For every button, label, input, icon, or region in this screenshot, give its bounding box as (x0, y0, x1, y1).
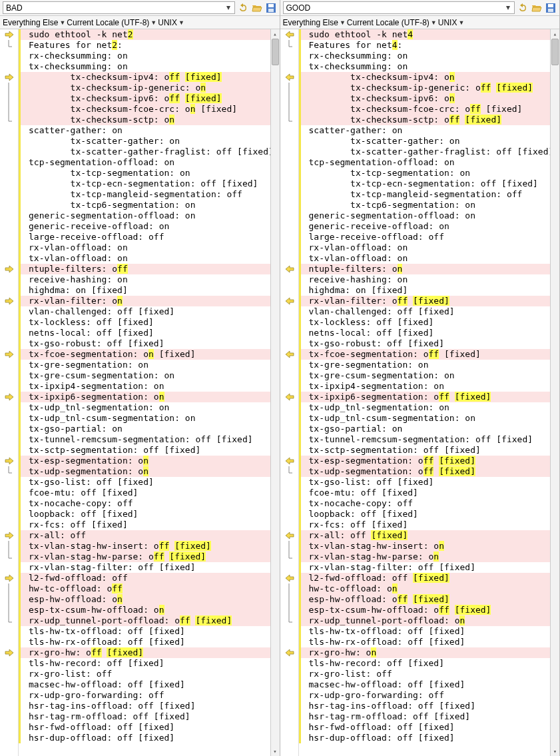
code-line[interactable]: esp-tx-csum-hw-offload: on (19, 605, 270, 615)
code-line[interactable]: tx-esp-segmentation: on (19, 456, 270, 466)
scroll-thumb[interactable] (551, 39, 559, 65)
code-line[interactable]: generic-segmentation-offload: on (299, 210, 551, 221)
code-line[interactable]: tx-ipxip4-segmentation: on (299, 381, 551, 392)
code-line[interactable]: tx-ipxip6-segmentation: on (19, 392, 270, 402)
code-line[interactable]: tx-tunnel-remcsum-segmentation: off [fix… (19, 434, 270, 445)
code-line[interactable]: rx-gro-list: off (299, 669, 551, 679)
code-line[interactable]: tx-ipxip4-segmentation: on (19, 381, 270, 392)
code-line[interactable]: rx-vlan-offload: on (19, 242, 270, 253)
code-line[interactable]: rx-udp_tunnel-port-offload: off [fixed] (19, 615, 270, 626)
code-line[interactable]: rx-udp_tunnel-port-offload: on (299, 615, 551, 626)
code-line[interactable]: tx-vlan-stag-hw-insert: off [fixed] (19, 541, 270, 552)
code-line[interactable]: tx-gre-segmentation: on (19, 360, 270, 370)
code-line[interactable]: tx-checksum-ipv6: off [fixed] (19, 93, 270, 104)
code-line[interactable]: tx-udp_tnl-segmentation: on (19, 402, 270, 413)
code-line[interactable]: tx-gso-robust: off [fixed] (19, 338, 270, 349)
code-line[interactable]: netns-local: off [fixed] (299, 328, 551, 338)
code-line[interactable]: generic-segmentation-offload: on (19, 210, 270, 221)
filter-everything-else[interactable]: Everything Else▼ (283, 18, 346, 27)
code-line[interactable]: ntuple-filters: on (299, 264, 551, 274)
code-line[interactable]: tx-tcp-mangleid-segmentation: off (299, 189, 551, 200)
code-line[interactable]: tcp-segmentation-offload: on (19, 157, 270, 168)
code-line[interactable]: large-receive-offload: off (19, 232, 270, 242)
code-line[interactable]: tx-gso-list: off [fixed] (19, 477, 270, 488)
diff-arrow-icon[interactable] (280, 29, 299, 40)
code-line[interactable]: tx-tcp-mangleid-segmentation: off (19, 189, 270, 200)
code-line[interactable]: tx-gso-partial: on (299, 424, 551, 434)
code-line[interactable]: hsr-fwd-offload: off [fixed] (299, 722, 551, 733)
code-line[interactable]: vlan-challenged: off [fixed] (19, 306, 270, 317)
code-line[interactable]: tls-hw-rx-offload: off [fixed] (19, 637, 270, 647)
code-line[interactable]: highdma: on [fixed] (299, 285, 551, 296)
code-line[interactable]: netns-local: off [fixed] (19, 328, 270, 338)
code-line[interactable]: receive-hashing: on (19, 274, 270, 285)
undo-icon[interactable] (517, 2, 529, 14)
code-line[interactable]: tx-udp-segmentation: off [fixed] (299, 466, 551, 477)
left-file-combo[interactable]: BAD ▾ (3, 1, 235, 14)
right-file-combo[interactable]: GOOD ▾ (283, 1, 515, 14)
code-line[interactable]: rx-vlan-filter: on (19, 296, 270, 306)
left-scrollbar[interactable]: ▴ ▾ (270, 29, 280, 756)
code-line[interactable]: hw-tc-offload: off (19, 583, 270, 594)
code-line[interactable]: tls-hw-tx-offload: off [fixed] (299, 626, 551, 637)
code-line[interactable]: tx-checksum-fcoe-crc: off [fixed] (299, 104, 551, 115)
code-line[interactable]: tx-nocache-copy: off (299, 498, 551, 509)
right-lines[interactable]: sudo ethtool -k net4Features for net4:rx… (299, 29, 551, 756)
code-line[interactable]: tls-hw-tx-offload: off [fixed] (19, 626, 270, 637)
code-line[interactable]: rx-vlan-stag-hw-parse: on (299, 552, 551, 562)
code-line[interactable]: rx-vlan-filter: off [fixed] (299, 296, 551, 306)
code-line[interactable]: rx-all: off [fixed] (299, 530, 551, 541)
diff-arrow-icon[interactable] (280, 349, 299, 360)
scroll-down-icon[interactable]: ▾ (271, 747, 280, 756)
code-line[interactable]: rx-fcs: off [fixed] (19, 520, 270, 530)
code-line[interactable]: tx-checksumming: on (299, 61, 551, 72)
code-line[interactable]: hsr-tag-ins-offload: off [fixed] (19, 701, 270, 711)
code-line[interactable]: tx-udp_tnl-segmentation: on (299, 402, 551, 413)
code-line[interactable]: tx-udp_tnl-csum-segmentation: on (19, 413, 270, 424)
diff-arrow-icon[interactable] (280, 456, 299, 466)
code-line[interactable]: rx-gro-list: off (19, 669, 270, 679)
diff-arrow-icon[interactable] (0, 72, 19, 83)
code-line[interactable]: hsr-fwd-offload: off [fixed] (19, 722, 270, 733)
code-line[interactable]: tx-checksumming: on (19, 61, 270, 72)
code-line[interactable]: tx-tunnel-remcsum-segmentation: off [fix… (299, 434, 551, 445)
code-line[interactable]: rx-gro-hw: off [fixed] (19, 647, 270, 658)
code-line[interactable]: l2-fwd-offload: off [fixed] (299, 573, 551, 583)
code-line[interactable]: esp-hw-offload: on (19, 594, 270, 605)
code-line[interactable]: hsr-tag-ins-offload: off [fixed] (299, 701, 551, 711)
diff-arrow-icon[interactable] (0, 456, 19, 466)
folder-open-icon[interactable] (531, 2, 543, 14)
code-line[interactable]: macsec-hw-offload: off [fixed] (299, 679, 551, 690)
code-line[interactable]: rx-vlan-stag-filter: off [fixed] (19, 562, 270, 573)
filter-lineend[interactable]: UNIX▼ (158, 18, 184, 27)
code-line[interactable]: tx-vlan-offload: on (19, 253, 270, 264)
code-line[interactable]: tx-udp_tnl-csum-segmentation: on (299, 413, 551, 424)
diff-arrow-icon[interactable] (280, 72, 299, 83)
save-icon[interactable] (265, 2, 277, 14)
code-line[interactable]: esp-tx-csum-hw-offload: off [fixed] (299, 605, 551, 615)
code-line[interactable]: tx-checksum-ip-generic: on (19, 83, 270, 93)
code-line[interactable]: tx-gre-csum-segmentation: on (299, 370, 551, 381)
code-line[interactable]: fcoe-mtu: off [fixed] (19, 488, 270, 498)
code-line[interactable]: tx-checksum-ipv4: off [fixed] (19, 72, 270, 83)
code-line[interactable]: loopback: off [fixed] (19, 509, 270, 520)
code-line[interactable]: tx-checksum-ip-generic: off [fixed] (299, 83, 551, 93)
diff-arrow-icon[interactable] (280, 647, 299, 658)
code-line[interactable]: tls-hw-rx-offload: off [fixed] (299, 637, 551, 647)
filter-locale[interactable]: Current Locale (UTF-8)▼ (347, 18, 437, 27)
code-line[interactable]: hsr-tag-rm-offload: off [fixed] (299, 711, 551, 722)
code-line[interactable]: large-receive-offload: off (299, 232, 551, 242)
code-line[interactable]: rx-udp-gro-forwarding: off (299, 690, 551, 701)
diff-arrow-icon[interactable] (280, 392, 299, 402)
code-line[interactable]: tx-ipxip6-segmentation: off [fixed] (299, 392, 551, 402)
scroll-down-icon[interactable]: ▾ (551, 747, 559, 756)
code-line[interactable]: l2-fwd-offload: off (19, 573, 270, 583)
scroll-thumb[interactable] (272, 39, 279, 65)
code-line[interactable]: tx-checksum-sctp: off [fixed] (299, 115, 551, 125)
code-line[interactable]: tx-tcp-ecn-segmentation: off [fixed] (19, 179, 270, 189)
filter-locale[interactable]: Current Locale (UTF-8)▼ (67, 18, 156, 27)
code-line[interactable]: tx-tcp-segmentation: on (19, 168, 270, 179)
code-line[interactable]: generic-receive-offload: on (19, 221, 270, 232)
diff-arrow-icon[interactable] (0, 392, 19, 402)
code-line[interactable]: tx-scatter-gather-fraglist: off [fixed] (299, 147, 551, 157)
